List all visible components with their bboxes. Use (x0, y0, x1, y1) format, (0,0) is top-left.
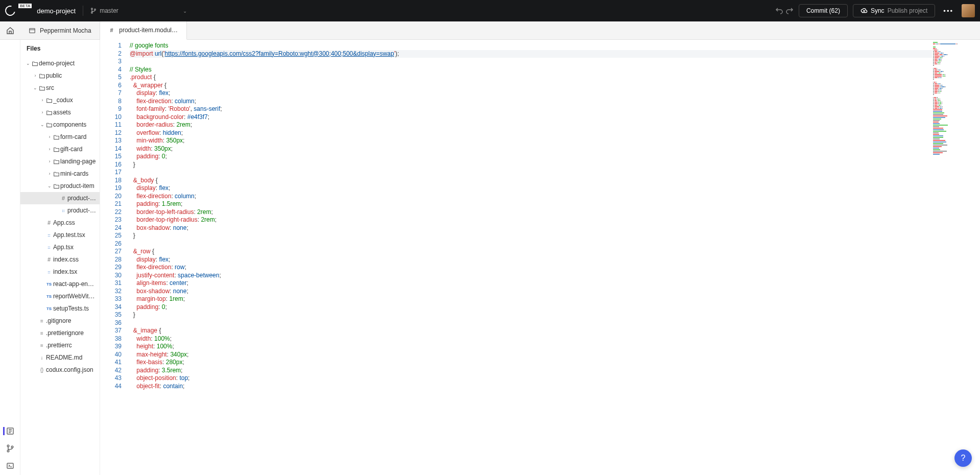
chevron-icon: › (47, 159, 52, 164)
svg-rect-3 (30, 28, 35, 33)
logo[interactable]: BETA demo-project (5, 6, 76, 16)
branch-icon (90, 8, 97, 14)
code-area[interactable]: // google fonts@import url('https://font… (130, 40, 932, 475)
tree-node[interactable]: ›form-card (20, 131, 100, 143)
hash-icon: # (59, 195, 67, 201)
rail-git[interactable] (6, 444, 14, 453)
tree-label: landing-page (60, 158, 95, 165)
tree-node[interactable]: ⌄product-item (20, 180, 100, 192)
tree-node[interactable]: ›_codux (20, 94, 100, 106)
cloud-icon (861, 7, 868, 14)
folder-icon (45, 122, 53, 128)
tab[interactable]: #product-item.module... (100, 21, 187, 40)
svg-point-1 (91, 12, 93, 13)
tree-node[interactable]: #App.css (20, 217, 100, 229)
tree-label: index.tsx (53, 268, 77, 275)
tsx-icon: :: (45, 245, 53, 250)
tree-node[interactable]: ›mini-cards (20, 168, 100, 180)
tree-node[interactable]: ::product-ite... (20, 204, 100, 217)
folder-icon (52, 146, 60, 153)
tree-node[interactable]: ›public (20, 69, 100, 82)
tree-node[interactable]: ›gift-card (20, 143, 100, 155)
tree-node[interactable]: ::index.tsx (20, 266, 100, 278)
undo-button[interactable] (775, 7, 783, 15)
rail-files[interactable] (3, 427, 14, 435)
tree-label: .prettierignore (46, 329, 84, 337)
tree-label: App.css (53, 219, 75, 226)
chevron-icon: › (33, 73, 38, 78)
tab-strip: Peppermint Mocha#product-item.module... (0, 21, 980, 40)
tree-node[interactable]: {}codux.config.json (20, 364, 100, 376)
project-name: demo-project (37, 7, 76, 15)
redo-button[interactable] (785, 7, 794, 15)
svg-point-2 (94, 9, 96, 10)
folder-icon (45, 109, 53, 116)
tree-node[interactable]: ≡.prettierignore (20, 327, 100, 339)
left-rail (0, 40, 20, 475)
avatar[interactable] (962, 4, 975, 17)
tree-node[interactable]: TSsetupTests.ts (20, 302, 100, 315)
minimap[interactable] (932, 40, 980, 475)
tree-label: assets (53, 109, 71, 116)
board-icon (29, 27, 36, 34)
chevron-icon: › (40, 110, 45, 115)
chevron-icon: › (47, 147, 52, 152)
home-button[interactable] (0, 21, 20, 39)
ts-icon: TS (45, 294, 53, 299)
hash-icon: # (45, 220, 53, 226)
beta-badge: BETA (18, 4, 32, 8)
tree-node[interactable]: ↓README.md (20, 351, 100, 364)
logo-icon (3, 4, 17, 17)
chevron-icon: › (40, 98, 45, 103)
tree-node[interactable]: ⌄demo-project (20, 57, 100, 69)
folder-icon (45, 97, 53, 104)
tree-label: App.tsx (53, 244, 74, 251)
chevron-down-icon: ⌄ (183, 8, 187, 14)
editor[interactable]: 1234567891011121314151617181920212223242… (100, 40, 980, 475)
tree-label: product-ite... (67, 207, 97, 214)
tree-label: product-item (60, 182, 94, 189)
svg-point-5 (7, 445, 9, 447)
more-menu[interactable]: ••• (940, 7, 957, 15)
branch-selector[interactable]: master ⌄ (90, 7, 187, 14)
tree-node[interactable]: ::App.tsx (20, 241, 100, 253)
chevron-icon: ⌄ (47, 183, 52, 188)
svg-point-7 (11, 446, 13, 448)
tree-node[interactable]: ≡.gitignore (20, 315, 100, 327)
ts-icon: TS (45, 282, 53, 287)
folder-icon (52, 158, 60, 165)
tree-node[interactable]: #index.css (20, 253, 100, 266)
folder-icon (52, 171, 60, 177)
tree-node[interactable]: ›landing-page (20, 155, 100, 168)
folder-icon (38, 85, 46, 91)
tree-label: demo-project (39, 60, 75, 67)
publish-label: Publish project (888, 7, 928, 14)
tree-node[interactable]: ›assets (20, 106, 100, 118)
help-button[interactable]: ? (954, 449, 972, 467)
file-tree: ⌄demo-project›public⌄src›_codux›assets⌄c… (20, 57, 100, 475)
tree-node[interactable]: ::App.test.tsx (20, 229, 100, 241)
tab-label: Peppermint Mocha (40, 27, 91, 34)
tree-node[interactable]: ⌄components (20, 118, 100, 131)
tab[interactable]: Peppermint Mocha (20, 21, 100, 39)
divider (83, 6, 83, 16)
tsx-icon: :: (45, 233, 53, 238)
sync-button[interactable]: Sync Publish project (853, 4, 935, 17)
chevron-icon: › (47, 171, 52, 176)
chevron-icon: ⌄ (40, 122, 45, 127)
tree-node[interactable]: TSreact-app-env.d.ts (20, 278, 100, 290)
sidebar-heading: Files (20, 40, 100, 57)
tree-label: codux.config.json (46, 366, 93, 373)
svg-point-0 (91, 8, 93, 10)
tree-node[interactable]: #product-ite... (20, 192, 100, 204)
tree-label: README.md (46, 354, 82, 361)
tree-label: index.css (53, 256, 79, 263)
chevron-icon: ⌄ (26, 61, 31, 66)
commit-button[interactable]: Commit (62) (799, 4, 848, 17)
tree-node[interactable]: ≡.prettierrc (20, 339, 100, 351)
chevron-icon: ⌄ (33, 85, 38, 90)
tree-node[interactable]: TSreportWebVital... (20, 290, 100, 302)
rail-terminal[interactable] (6, 462, 14, 470)
file-icon: ≡ (38, 330, 46, 336)
tree-node[interactable]: ⌄src (20, 82, 100, 94)
